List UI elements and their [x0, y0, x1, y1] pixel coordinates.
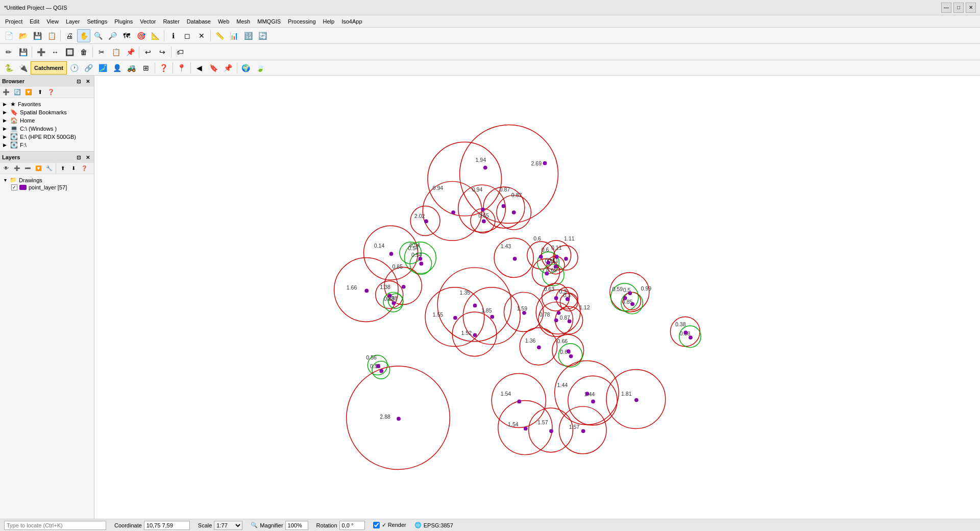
layers-remove-button[interactable]: ➖	[22, 163, 33, 174]
layers-close-button[interactable]: ✕	[84, 153, 92, 161]
save-as-button[interactable]: 📋	[45, 29, 58, 42]
menu-vector[interactable]: Vector	[137, 17, 159, 26]
layers-float-button[interactable]: ⊡	[75, 153, 83, 161]
scale-select[interactable]: 1:77 1:100 1:500 1:1000	[214, 521, 242, 530]
deselect-button[interactable]: ✕	[195, 29, 208, 42]
tractor-button[interactable]: 🚜	[125, 61, 138, 75]
layers-collapse-button[interactable]: ⬆	[58, 163, 68, 174]
browser-collapse-button[interactable]: ⬆	[35, 87, 45, 98]
undo-button[interactable]: ↩	[141, 45, 155, 59]
layers-filter2-button[interactable]: 🔧	[44, 163, 54, 174]
menu-processing[interactable]: Processing	[285, 17, 318, 26]
identify-button[interactable]: ℹ	[166, 29, 180, 42]
browser-windows-drive[interactable]: ▶ 💻 C:\ (Windows )	[1, 125, 93, 133]
browser-refresh-button[interactable]: 🔄	[12, 87, 22, 98]
rotation-input[interactable]	[339, 521, 365, 530]
select-button[interactable]: ◻	[181, 29, 194, 42]
coordinate-input[interactable]	[144, 521, 190, 530]
titlebar: *Untitled Project — QGIS — □ ✕	[0, 0, 980, 15]
bookmark-button[interactable]: 🔖	[207, 61, 220, 75]
zoom-selection-button[interactable]: 🎯	[134, 29, 148, 42]
browser-f-drive[interactable]: ▶ 💽 F:\	[1, 141, 93, 149]
layers-add-button[interactable]: ➕	[12, 163, 22, 174]
copy-features-button[interactable]: 📋	[109, 45, 122, 59]
layers-filter-button[interactable]: 🔽	[33, 163, 43, 174]
layer-group-drawings[interactable]: ▼ 📁 Drawings	[1, 176, 93, 184]
grid-button[interactable]: ⊞	[139, 61, 153, 75]
paste-features-button[interactable]: 📌	[124, 45, 137, 59]
browser-e-drive[interactable]: ▶ 💽 E:\ (HPE RDX 500GB)	[1, 133, 93, 141]
zoom-in-button[interactable]: 🔍	[91, 29, 105, 42]
browser-float-button[interactable]: ⊡	[75, 77, 83, 85]
cut-features-button[interactable]: ✂	[95, 45, 108, 59]
zoom-layer-button[interactable]: 📐	[149, 29, 162, 42]
layers-visibility-button[interactable]: 👁	[1, 163, 11, 174]
catchment-button[interactable]: Catchment	[31, 61, 67, 75]
print-layout-button[interactable]: 🖨	[63, 29, 76, 42]
menu-edit[interactable]: Edit	[27, 17, 42, 26]
new-project-button[interactable]: 📄	[2, 29, 15, 42]
calculator-button[interactable]: 🔢	[241, 29, 255, 42]
info-button[interactable]: ❓	[157, 61, 170, 75]
snap-button[interactable]: 📍	[175, 61, 188, 75]
locate-search-input[interactable]	[4, 521, 106, 530]
map-canvas[interactable]: 2.69 1.94 0.94 0.94 0.87 0.87 2.02 0.65 …	[94, 76, 980, 519]
separator-1	[60, 30, 61, 41]
menu-plugins[interactable]: Plugins	[111, 17, 136, 26]
open-project-button[interactable]: 📂	[16, 29, 30, 42]
clock-icon-button[interactable]: 🕐	[68, 61, 81, 75]
menu-iso4app[interactable]: Iso4App	[338, 17, 365, 26]
network-button[interactable]: 🔗	[82, 61, 95, 75]
menu-mesh[interactable]: Mesh	[233, 17, 253, 26]
menu-raster[interactable]: Raster	[160, 17, 182, 26]
zoom-full-button[interactable]: 🗺	[120, 29, 133, 42]
browser-home[interactable]: ▶ 🏠 Home	[1, 116, 93, 125]
browser-add-button[interactable]: ➕	[1, 87, 11, 98]
plugin-btn1[interactable]: 🔌	[16, 61, 30, 75]
render-checkbox[interactable]	[373, 522, 380, 528]
menu-project[interactable]: Project	[2, 17, 26, 26]
browser-filter-button[interactable]: 🔽	[23, 87, 34, 98]
menu-help[interactable]: Help	[320, 17, 338, 26]
save-edits-button[interactable]: 💾	[16, 45, 30, 59]
move-feature-button[interactable]: ↔	[48, 45, 62, 59]
statistics-button[interactable]: 📊	[227, 29, 240, 42]
svg-point-132	[473, 304, 477, 308]
node-tool-button[interactable]: 🔲	[63, 45, 76, 59]
minimize-button[interactable]: —	[941, 3, 951, 13]
menu-settings[interactable]: Settings	[84, 17, 110, 26]
measure-button[interactable]: 📏	[213, 29, 226, 42]
magnifier-input[interactable]	[285, 521, 308, 530]
menu-view[interactable]: View	[43, 17, 62, 26]
menu-database[interactable]: Database	[184, 17, 214, 26]
refresh-button[interactable]: 🔄	[256, 29, 269, 42]
browser-favorites[interactable]: ▶ ★ Favorites	[1, 100, 93, 108]
layer-visible-checkbox[interactable]: ✓	[11, 184, 17, 190]
leaf-button[interactable]: 🍃	[254, 61, 267, 75]
browser-close-button[interactable]: ✕	[84, 77, 92, 85]
browser-help-button[interactable]: ❓	[46, 87, 56, 98]
browser-spatial-bookmarks[interactable]: ▶ 🔖 Spatial Bookmarks	[1, 108, 93, 116]
edit-mode-button[interactable]: ✏	[2, 45, 15, 59]
layers-help-button[interactable]: ❓	[79, 163, 89, 174]
layer-point-layer[interactable]: ✓ point_layer [57]	[1, 184, 93, 191]
person-button[interactable]: 👤	[111, 61, 124, 75]
delete-selected-button[interactable]: 🗑	[77, 45, 90, 59]
globe-button[interactable]: 🌍	[239, 61, 253, 75]
menu-layer[interactable]: Layer	[63, 17, 83, 26]
menu-mmqgis[interactable]: MMQGIS	[254, 17, 284, 26]
pan-map-button[interactable]: ✋	[77, 29, 90, 42]
zoom-out-button[interactable]: 🔎	[106, 29, 119, 42]
layers-expand-button[interactable]: ⬇	[68, 163, 79, 174]
maximize-button[interactable]: □	[953, 3, 964, 13]
add-feature-button[interactable]: ➕	[34, 45, 47, 59]
more-tools-button[interactable]: ◀	[193, 61, 206, 75]
menu-web[interactable]: Web	[215, 17, 232, 26]
map-plugin-button[interactable]: 🗾	[96, 61, 110, 75]
marker-button[interactable]: 📌	[222, 61, 235, 75]
save-project-button[interactable]: 💾	[31, 29, 44, 42]
python-button[interactable]: 🐍	[2, 61, 15, 75]
redo-button[interactable]: ↪	[156, 45, 169, 59]
close-button[interactable]: ✕	[966, 3, 976, 13]
label-button[interactable]: 🏷	[174, 45, 187, 59]
